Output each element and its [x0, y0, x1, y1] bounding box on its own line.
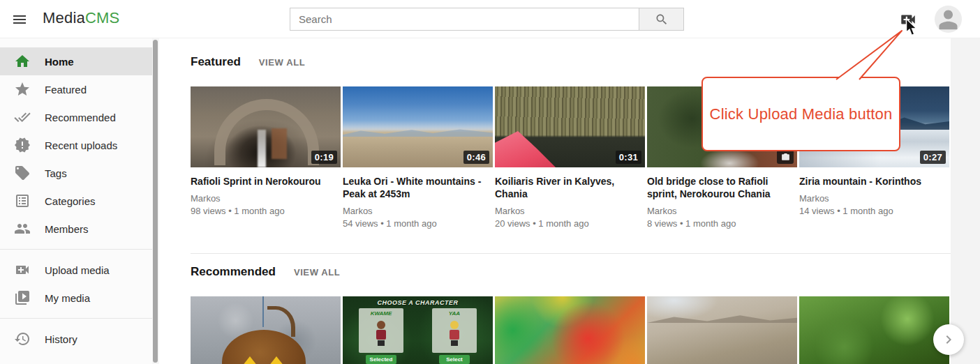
sidebar-item-label: Recent uploads [45, 139, 117, 151]
media-author[interactable]: Markos [647, 206, 797, 216]
sidebar-item-upload-media[interactable]: Upload media [0, 256, 152, 284]
media-meta: 20 views • 1 month ago [495, 218, 645, 229]
video-thumbnail[interactable]: CHOOSE A CHARACTER KWAME YAA Selected Se… [343, 296, 493, 364]
person-icon [935, 6, 962, 33]
history-icon [14, 331, 31, 347]
duration-badge: 0:31 [616, 151, 641, 164]
media-meta: 8 views • 1 month ago [647, 218, 797, 229]
sidebar-item-label: Tags [45, 167, 67, 179]
home-icon [14, 53, 31, 70]
sidebar-scrollbar-thumb[interactable] [153, 40, 158, 363]
search-button[interactable] [639, 8, 684, 31]
tag-icon [14, 165, 31, 181]
top-bar: MediaCMS [0, 0, 980, 38]
sidebar-item-members[interactable]: Members [0, 215, 152, 243]
sidebar-item-label: My media [45, 292, 90, 304]
sidebar-item-recommended[interactable]: Recommended [0, 103, 152, 131]
section-title: Featured [191, 55, 241, 69]
brand-logo[interactable]: MediaCMS [43, 9, 119, 27]
sidebar-item-categories[interactable]: Categories [0, 187, 152, 215]
media-author[interactable]: Markos [495, 206, 645, 216]
sidebar: Home Featured Recommended Recent uploads… [0, 38, 152, 364]
media-card[interactable]: CHOOSE A CHARACTER KWAME YAA Selected Se… [343, 296, 493, 364]
group-icon [14, 220, 31, 237]
upload-media-button[interactable] [899, 10, 917, 29]
media-meta: 54 views • 1 month ago [343, 218, 493, 229]
game-heading: CHOOSE A CHARACTER [343, 299, 493, 306]
duration-badge: 0:46 [463, 151, 489, 164]
media-card[interactable]: 0:31 Koiliaris River in Kalyves, Chania … [495, 86, 645, 229]
video-thumbnail[interactable]: 0:31 [495, 86, 645, 167]
hamburger-menu-icon[interactable] [11, 11, 28, 28]
done-all-icon [14, 109, 31, 126]
video-thumbnail[interactable]: 0:46 [343, 86, 493, 167]
slider-next-button[interactable] [933, 324, 964, 355]
recommended-section: Recommended VIEW ALL CHOOSE A CHARACTER … [191, 265, 951, 364]
duration-badge: 0:27 [920, 151, 946, 164]
game-selected-button: Selected [366, 355, 396, 364]
upload-media-icon [899, 10, 917, 29]
video-thumbnail[interactable] [647, 296, 797, 364]
upload-media-icon [14, 261, 31, 278]
media-title[interactable]: Rafioli Sprint in Nerokourou [191, 175, 341, 188]
video-thumbnail[interactable] [799, 296, 949, 364]
view-all-link[interactable]: VIEW ALL [259, 57, 305, 68]
section-divider [191, 253, 951, 254]
camera-icon [781, 153, 790, 162]
sidebar-item-label: Recommended [45, 112, 116, 123]
search-input[interactable] [290, 8, 639, 31]
video-thumbnail[interactable]: 0:19 [191, 86, 341, 167]
media-title[interactable]: Koiliaris River in Kalyves, Chania [495, 175, 645, 200]
sidebar-item-home[interactable]: Home [0, 47, 152, 75]
sidebar-item-tags[interactable]: Tags [0, 159, 152, 187]
game-character-sprite [376, 321, 387, 346]
sidebar-divider [0, 249, 152, 250]
media-meta: 98 views • 1 month ago [191, 206, 341, 216]
game-character-sprite [449, 321, 460, 346]
section-title: Recommended [191, 265, 276, 279]
game-select-button: Select [439, 355, 470, 364]
media-title[interactable]: Old bridge close to Rafioli sprint, Nero… [647, 175, 797, 200]
duration-badge: 0:19 [311, 151, 337, 164]
sidebar-divider [0, 318, 152, 319]
game-character-name: KWAME [359, 310, 403, 317]
brand-cms: CMS [85, 9, 120, 26]
camera-badge [777, 150, 794, 164]
callout-text: Click Upload Media button [710, 105, 893, 123]
media-title[interactable]: Ziria mountain - Korinthos [799, 175, 949, 188]
media-author[interactable]: Markos [343, 206, 493, 216]
sidebar-item-my-media[interactable]: My media [0, 284, 152, 312]
page-right-margin [951, 38, 980, 364]
media-card[interactable]: 0:46 Leuka Ori - White mountains - Peak … [343, 86, 493, 229]
video-thumbnail[interactable] [495, 296, 645, 364]
media-meta: 14 views • 1 month ago [799, 206, 949, 216]
media-card[interactable] [191, 296, 341, 364]
tutorial-callout: Click Upload Media button [701, 77, 900, 151]
media-author[interactable]: Markos [799, 193, 949, 204]
sidebar-item-recent-uploads[interactable]: Recent uploads [0, 131, 152, 159]
media-card[interactable] [647, 296, 797, 364]
sidebar-item-history[interactable]: History [0, 325, 152, 353]
game-character-name: YAA [432, 310, 477, 317]
sidebar-item-label: Home [45, 56, 74, 68]
sidebar-item-label: Upload media [45, 264, 110, 276]
sidebar-item-label: Categories [45, 195, 96, 207]
sidebar-item-featured[interactable]: Featured [0, 75, 152, 103]
brand-media: Media [43, 9, 85, 26]
media-author[interactable]: Markos [191, 193, 341, 204]
star-icon [14, 81, 31, 98]
media-card[interactable] [799, 296, 949, 364]
sidebar-scrollbar-track[interactable] [152, 38, 159, 364]
media-title[interactable]: Leuka Ori - White mountains - Peak at 24… [343, 175, 493, 200]
media-card[interactable]: 0:19 Rafioli Sprint in Nerokourou Markos… [191, 86, 341, 229]
user-avatar[interactable] [935, 6, 962, 33]
chevron-right-icon [940, 331, 957, 348]
sidebar-item-label: History [45, 333, 77, 345]
view-all-link[interactable]: VIEW ALL [294, 267, 340, 278]
video-thumbnail[interactable] [191, 296, 341, 364]
video-library-icon [14, 289, 31, 306]
sidebar-item-label: Featured [45, 84, 87, 96]
search-icon [655, 13, 669, 26]
media-card[interactable] [495, 296, 645, 364]
list-icon [14, 192, 31, 209]
